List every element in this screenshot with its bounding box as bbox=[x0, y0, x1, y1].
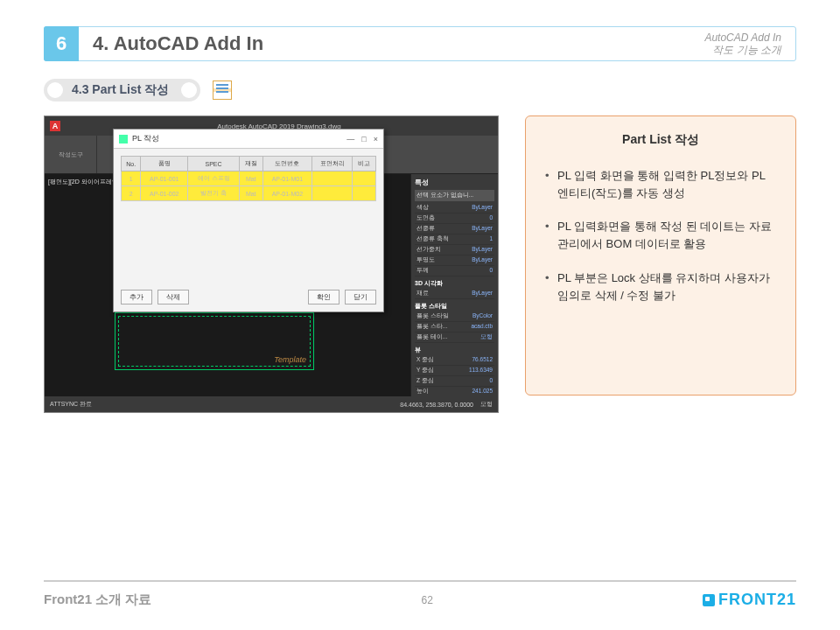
props-section-view: 뷰 bbox=[415, 346, 494, 354]
table-cell[interactable]: 발전기 축 bbox=[188, 186, 240, 201]
table-cell[interactable] bbox=[353, 186, 376, 201]
template-label: Template bbox=[274, 355, 306, 364]
dialog-titlebar[interactable]: PL 작성 — □ × bbox=[114, 130, 383, 149]
delete-button[interactable]: 삭제 bbox=[158, 290, 189, 304]
add-button[interactable]: 추가 bbox=[121, 290, 152, 304]
bullet-item: PL 부분은 Lock 상태를 유지하며 사용자가 임의로 삭제 / 수정 불가 bbox=[543, 270, 778, 304]
autocad-statusbar: ATTSYNC 완료 84.4663, 258.3870, 0.0000 모형 bbox=[45, 396, 498, 412]
header-subtitle: AutoCAD Add In 작도 기능 소개 bbox=[704, 32, 795, 57]
autocad-screenshot: A Autodesk AutoCAD 2019 Drawing3.dwg 작성도… bbox=[44, 116, 499, 413]
footer: Front21 소개 자료 62 FRONT21 bbox=[44, 580, 796, 609]
table-cell[interactable]: AP-01-002 bbox=[141, 186, 188, 201]
footer-logo: FRONT21 bbox=[703, 591, 796, 609]
pl-column-header[interactable]: 표면처리 bbox=[312, 157, 353, 172]
pl-column-header[interactable]: 비고 bbox=[353, 157, 376, 172]
footer-brand: FRONT21 bbox=[718, 591, 796, 609]
property-row[interactable]: 플롯 테이...모형 bbox=[415, 332, 494, 343]
props-hint: 선택 요소가 없습니... bbox=[415, 190, 494, 201]
subsection-label: 4.3 Part List 작성 bbox=[63, 82, 181, 98]
property-row[interactable]: Y 중심113.6349 bbox=[415, 366, 494, 376]
close-button[interactable]: 닫기 bbox=[345, 290, 376, 304]
dialog-buttons-left: 추가 삭제 bbox=[121, 290, 189, 304]
page-header: 6 4. AutoCAD Add In AutoCAD Add In 작도 기능… bbox=[44, 26, 796, 61]
table-cell[interactable] bbox=[312, 186, 353, 201]
table-cell[interactable] bbox=[353, 172, 376, 186]
dialog-buttons-right: 확인 닫기 bbox=[308, 290, 376, 304]
property-row[interactable]: 도면층0 bbox=[415, 214, 494, 224]
page-number: 62 bbox=[151, 594, 703, 606]
property-row[interactable]: 색상ByLayer bbox=[415, 203, 494, 214]
subsection-row: 4.3 Part List 작성 bbox=[44, 79, 840, 102]
props-section-3d: 3D 시각화 bbox=[415, 279, 494, 288]
property-row[interactable]: 투명도ByLayer bbox=[415, 256, 494, 266]
autocad-logo-icon: A bbox=[50, 121, 60, 131]
pl-dialog[interactable]: PL 작성 — □ × No.품명SPEC재질도면번호표면처리비고 1AP-01… bbox=[113, 129, 384, 312]
pill-dot-right bbox=[181, 82, 197, 98]
property-row[interactable]: 플롯 스타일ByColor bbox=[415, 312, 494, 322]
pl-column-header[interactable]: SPEC bbox=[188, 157, 240, 172]
header-sub-1: AutoCAD Add In bbox=[704, 32, 781, 44]
table-cell[interactable]: Mat bbox=[239, 172, 262, 186]
card-title: Part List 작성 bbox=[543, 132, 778, 148]
property-row[interactable]: 두께0 bbox=[415, 266, 494, 276]
pill-dot-left bbox=[47, 82, 63, 98]
table-cell[interactable]: 에어 스프링 bbox=[188, 172, 240, 186]
viewport-label: [평면도][2D 와이어프레임] bbox=[48, 178, 120, 186]
card-bullet-list: PL 입력 화면을 통해 입력한 PL정보와 PL 엔티티(작도)를 자동 생성… bbox=[543, 167, 778, 304]
pl-column-header[interactable]: No. bbox=[122, 157, 141, 172]
minimize-icon[interactable]: — bbox=[346, 135, 354, 144]
table-row[interactable]: 1AP-01-001에어 스프링MatAP-01-M01 bbox=[122, 172, 376, 186]
header-sub-2: 작도 기능 소개 bbox=[704, 44, 781, 56]
props-title: 특성 bbox=[415, 178, 494, 187]
ok-button[interactable]: 확인 bbox=[308, 290, 340, 304]
properties-panel[interactable]: 특성 선택 요소가 없습니... 색상ByLayer도면층0선종류ByLayer… bbox=[410, 174, 498, 396]
section-title: 4. AutoCAD Add In bbox=[79, 32, 704, 55]
table-cell[interactable]: AP-01-M02 bbox=[262, 186, 312, 201]
pl-table[interactable]: No.품명SPEC재질도면번호표면처리비고 1AP-01-001에어 스프링Ma… bbox=[121, 156, 376, 201]
table-cell[interactable]: AP-01-001 bbox=[141, 172, 188, 186]
table-cell[interactable] bbox=[312, 172, 353, 186]
status-left: ATTSYNC 완료 bbox=[50, 400, 92, 409]
section-number: 6 bbox=[44, 26, 79, 61]
drawing-titleblock: Template bbox=[115, 312, 314, 370]
dialog-body: No.품명SPEC재질도면번호표면처리비고 1AP-01-001에어 스프링Ma… bbox=[114, 149, 383, 208]
maximize-icon[interactable]: □ bbox=[361, 135, 366, 144]
props-section-plot: 플롯 스타일 bbox=[415, 302, 494, 311]
property-row[interactable]: 재료ByLayer bbox=[415, 289, 494, 299]
table-row[interactable]: 2AP-01-002발전기 축MatAP-01-M02 bbox=[122, 186, 376, 201]
property-row[interactable]: 선종류ByLayer bbox=[415, 224, 494, 234]
property-row[interactable]: 선종류 축척1 bbox=[415, 234, 494, 245]
logo-icon bbox=[703, 594, 715, 606]
pl-column-header[interactable]: 품명 bbox=[141, 157, 188, 172]
table-cell[interactable]: AP-01-M01 bbox=[262, 172, 312, 186]
dialog-window-controls: — □ × bbox=[346, 135, 378, 144]
table-cell[interactable]: 2 bbox=[122, 186, 141, 201]
subsection-pill: 4.3 Part List 작성 bbox=[44, 79, 200, 102]
bullet-item: PL 입력 화면을 통해 입력한 PL정보와 PL 엔티티(작도)를 자동 생성 bbox=[543, 167, 778, 202]
document-icon bbox=[213, 80, 232, 100]
ribbon-group[interactable]: 작성도구 bbox=[45, 136, 97, 173]
content-row: A Autodesk AutoCAD 2019 Drawing3.dwg 작성도… bbox=[44, 116, 796, 413]
dialog-icon bbox=[119, 135, 128, 144]
property-row[interactable]: 플롯 스타...acad.ctb bbox=[415, 322, 494, 332]
table-cell[interactable]: Mat bbox=[239, 186, 262, 201]
footer-left-text: Front21 소개 자료 bbox=[44, 592, 151, 608]
table-cell[interactable]: 1 bbox=[122, 172, 141, 186]
property-row[interactable]: Z 중심0 bbox=[415, 376, 494, 387]
dialog-title-text: PL 작성 bbox=[132, 133, 159, 144]
pl-column-header[interactable]: 도면번호 bbox=[262, 157, 312, 172]
property-row[interactable]: X 중심76.6512 bbox=[415, 355, 494, 366]
property-row[interactable]: 선가중치ByLayer bbox=[415, 245, 494, 256]
status-tab[interactable]: 모형 bbox=[480, 400, 493, 409]
bullet-item: PL 입력화면을 통해 작성 된 데이트는 자료관리에서 BOM 데이터로 활용 bbox=[543, 218, 778, 253]
pl-column-header[interactable]: 재질 bbox=[239, 157, 262, 172]
info-card: Part List 작성 PL 입력 화면을 통해 입력한 PL정보와 PL 엔… bbox=[525, 116, 796, 396]
close-icon[interactable]: × bbox=[374, 135, 378, 144]
status-coords: 84.4663, 258.3870, 0.0000 bbox=[400, 402, 473, 408]
